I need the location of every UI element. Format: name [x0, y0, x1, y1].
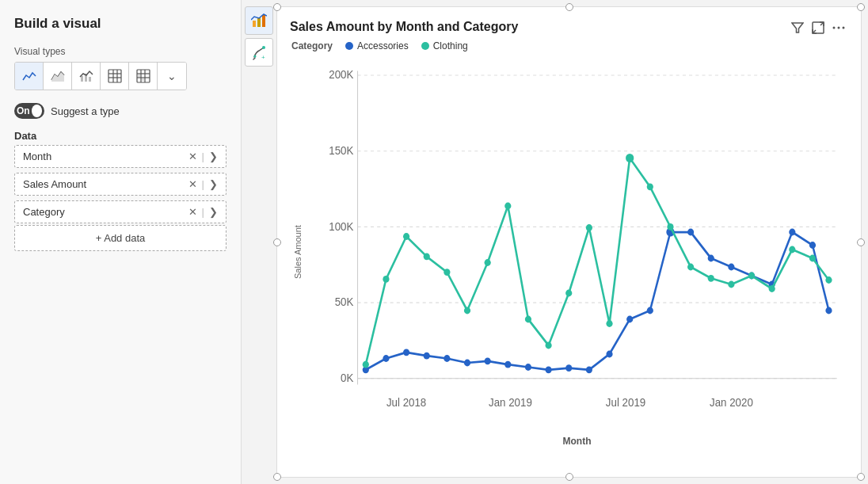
field-category-expand[interactable]: ❯ [209, 206, 218, 218]
svg-point-75 [525, 316, 531, 323]
visual-types-section: Visual types [14, 46, 227, 90]
svg-point-66 [825, 307, 832, 314]
legend-category-label: Category [291, 40, 333, 51]
svg-rect-14 [138, 74, 140, 77]
chart-inner: .grid-line { stroke: #ddd; stroke-width:… [309, 58, 845, 447]
suggest-type-label: Suggest a type [51, 105, 120, 117]
legend-accessories-label: Accessories [357, 40, 409, 51]
resize-handle-bl[interactable] [273, 473, 281, 481]
svg-marker-0 [51, 72, 64, 82]
matrix-chart-btn[interactable] [129, 63, 158, 90]
svg-point-49 [485, 357, 491, 364]
field-category-divider: | [202, 206, 204, 218]
svg-text:150K: 150K [329, 144, 354, 158]
svg-point-19 [262, 46, 265, 49]
table-chart-btn[interactable] [101, 63, 129, 90]
svg-text:Jan 2019: Jan 2019 [489, 396, 532, 410]
line-chart-btn[interactable] [15, 63, 44, 90]
chart-title: Sales Amount by Month and Category [290, 20, 518, 34]
more-options-icon[interactable] [832, 21, 845, 37]
svg-point-79 [606, 320, 612, 327]
resize-handle-mr[interactable] [857, 238, 865, 246]
resize-handle-br[interactable] [857, 473, 865, 481]
svg-rect-3 [89, 77, 91, 82]
legend-clothing-dot [421, 42, 429, 50]
field-sales-label: Sales Amount [23, 178, 86, 190]
svg-point-45 [403, 349, 409, 356]
svg-point-53 [565, 364, 572, 372]
resize-handle-ml[interactable] [273, 238, 281, 246]
chart-svg: .grid-line { stroke: #ddd; stroke-width:… [309, 58, 845, 433]
svg-text:+: + [261, 54, 265, 60]
field-sales-actions: ✕ | ❯ [188, 178, 218, 190]
svg-point-72 [464, 307, 470, 314]
field-sales-clear[interactable]: ✕ [188, 178, 197, 190]
y-axis-label: Sales Amount [290, 58, 306, 447]
svg-point-50 [504, 361, 511, 368]
svg-point-26 [843, 27, 845, 29]
svg-point-89 [809, 255, 816, 262]
svg-text:100K: 100K [329, 219, 354, 233]
filter-icon[interactable] [791, 21, 804, 37]
svg-point-57 [647, 307, 653, 314]
svg-point-81 [647, 183, 653, 190]
focus-mode-icon[interactable] [812, 21, 824, 37]
toggle-on-label: On [17, 105, 30, 116]
chart-plot-area: Sales Amount .grid-line { stroke: #ddd; … [290, 58, 845, 447]
svg-point-67 [363, 361, 369, 368]
svg-point-80 [626, 154, 634, 162]
svg-point-61 [728, 264, 734, 271]
svg-point-70 [424, 253, 430, 260]
svg-point-60 [708, 255, 714, 262]
visual-types-toolbar: ⌄ [14, 62, 187, 90]
svg-point-56 [626, 316, 633, 323]
svg-point-84 [708, 275, 714, 282]
svg-text:200K: 200K [329, 68, 354, 82]
field-month-expand[interactable]: ❯ [209, 151, 218, 162]
suggest-toggle[interactable]: On [14, 103, 44, 119]
svg-rect-18 [262, 15, 265, 27]
svg-rect-1 [81, 76, 83, 82]
svg-text:50K: 50K [335, 295, 354, 309]
visual-types-more-btn[interactable]: ⌄ [158, 63, 186, 90]
svg-point-55 [606, 351, 612, 358]
svg-point-65 [809, 242, 816, 249]
build-visual-panel: Build a visual Visual types [0, 0, 242, 484]
accessories-dots [363, 228, 832, 374]
resize-handle-bm[interactable] [565, 473, 573, 481]
svg-point-73 [485, 259, 491, 266]
svg-rect-4 [108, 70, 121, 82]
data-section: Data Month ✕ | ❯ Sales Amount ✕ | ❯ Cate [14, 130, 227, 251]
field-category-clear[interactable]: ✕ [188, 206, 197, 218]
area-chart-btn[interactable] [44, 63, 72, 90]
svg-point-78 [586, 224, 592, 231]
resize-handle-tm[interactable] [565, 3, 573, 11]
svg-text:Jul 2019: Jul 2019 [606, 396, 646, 410]
data-fields-list: Month ✕ | ❯ Sales Amount ✕ | ❯ Category … [14, 145, 227, 223]
add-data-button[interactable]: + Add data [14, 225, 227, 251]
field-month-divider: | [202, 151, 204, 162]
data-section-label: Data [14, 130, 227, 142]
svg-text:0K: 0K [341, 372, 354, 385]
svg-point-88 [789, 246, 795, 253]
field-sales-divider: | [202, 178, 204, 190]
chart-visual: Sales Amount by Month and Category [276, 6, 862, 478]
svg-point-68 [383, 276, 389, 283]
field-category-label: Category [23, 206, 65, 218]
format-btn[interactable]: + [245, 38, 273, 67]
svg-point-48 [464, 360, 470, 367]
svg-point-71 [444, 269, 450, 276]
panel-title: Build a visual [14, 16, 227, 32]
x-axis-label: Month [309, 436, 845, 447]
resize-handle-tr[interactable] [857, 3, 865, 11]
svg-point-47 [444, 355, 450, 362]
combo-chart-btn[interactable] [72, 63, 101, 90]
svg-point-24 [833, 27, 836, 29]
svg-rect-16 [253, 21, 256, 27]
chart-type-btn[interactable] [245, 6, 273, 35]
field-sales-expand[interactable]: ❯ [209, 178, 218, 190]
svg-point-83 [687, 264, 694, 271]
visual-types-label: Visual types [14, 46, 227, 57]
legend-accessories-dot [345, 42, 353, 50]
field-month-clear[interactable]: ✕ [188, 151, 197, 162]
